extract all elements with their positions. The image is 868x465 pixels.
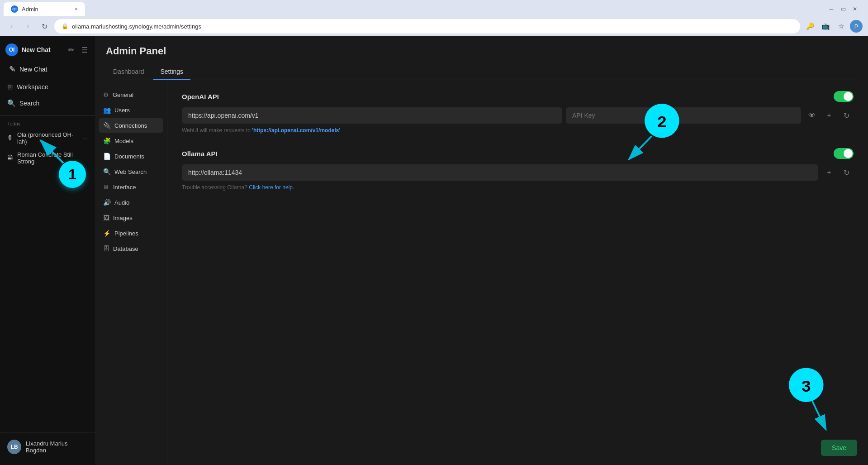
svg-line-6 bbox=[812, 401, 826, 430]
tab-favicon: OI bbox=[11, 5, 18, 13]
tab-bar: OI Admin × ─ ▭ ✕ bbox=[0, 0, 868, 16]
settings-content: OpenAI API 👁 + ↻ bbox=[167, 80, 868, 465]
app-logo: OI bbox=[5, 43, 18, 56]
sidebar: OI New Chat ✏ ☰ ✎ New Chat ⊞ Workspace 🔍… bbox=[0, 36, 95, 465]
side-nav-documents-label: Documents bbox=[114, 153, 144, 160]
svg-point-4 bbox=[789, 368, 824, 402]
show-key-button[interactable]: 👁 bbox=[805, 108, 819, 123]
ollama-input-row: + ↻ bbox=[182, 164, 854, 181]
save-button[interactable]: Save bbox=[821, 440, 857, 456]
openai-api-header: OpenAI API bbox=[182, 91, 854, 102]
browser-tab[interactable]: OI Admin × bbox=[4, 2, 85, 16]
svg-text:3: 3 bbox=[802, 377, 811, 395]
minimize-button[interactable]: ─ bbox=[827, 5, 835, 13]
side-nav-pipelines-label: Pipelines bbox=[114, 230, 138, 237]
ollama-url-input[interactable] bbox=[182, 164, 818, 181]
ollama-toggle[interactable] bbox=[834, 148, 854, 159]
browser-toolbar: ‹ › ↻ 🔒 ollama.mariushosting.synology.me… bbox=[0, 16, 868, 36]
users-icon: 👥 bbox=[103, 106, 111, 114]
forward-button[interactable]: › bbox=[22, 20, 34, 33]
chat-emoji-ola: 🎙 bbox=[7, 134, 14, 142]
maximize-button[interactable]: ▭ bbox=[839, 5, 847, 13]
pipelines-icon: ⚡ bbox=[103, 230, 111, 237]
address-bar[interactable]: 🔒 ollama.mariushosting.synology.me/admin… bbox=[54, 19, 800, 34]
openai-input-row: 👁 + ↻ bbox=[182, 107, 854, 124]
add-key-button[interactable]: + bbox=[822, 108, 836, 123]
menu-icon-button[interactable]: ☰ bbox=[80, 44, 90, 56]
sidebar-item-workspace[interactable]: ⊞ Workspace bbox=[2, 79, 93, 95]
main-content: Admin Panel Dashboard Settings ⚙ General… bbox=[95, 36, 868, 465]
side-nav: ⚙ General 👥 Users 🔌 Connections 🧩 Models bbox=[95, 80, 167, 465]
side-nav-images[interactable]: 🖼 Images bbox=[99, 211, 163, 225]
openai-toggle[interactable] bbox=[834, 91, 854, 102]
save-button-container: Save bbox=[821, 440, 857, 456]
user-profile[interactable]: LB Lixandru Marius Bogdan bbox=[4, 436, 91, 458]
side-nav-audio[interactable]: 🔊 Audio bbox=[99, 195, 163, 210]
url-text: ollama.mariushosting.synology.me/admin/s… bbox=[72, 23, 793, 30]
side-nav-models[interactable]: 🧩 Models bbox=[99, 134, 163, 148]
tab-settings[interactable]: Settings bbox=[153, 64, 191, 80]
chat-actions-ola[interactable]: ··· bbox=[83, 135, 88, 142]
new-chat-button[interactable]: ✎ New Chat bbox=[4, 61, 91, 78]
window-controls: ─ ▭ ✕ bbox=[822, 3, 864, 15]
side-nav-general[interactable]: ⚙ General bbox=[99, 87, 163, 102]
side-nav-pipelines[interactable]: ⚡ Pipelines bbox=[99, 226, 163, 240]
chat-item-ola[interactable]: 🎙 Ola (pronounced OH-lah) ··· bbox=[2, 129, 93, 148]
reload-button[interactable]: ↻ bbox=[38, 20, 51, 33]
side-nav-web-search-label: Web Search bbox=[114, 168, 147, 175]
user-name-label: Lixandru Marius Bogdan bbox=[26, 440, 88, 454]
close-window-button[interactable]: ✕ bbox=[851, 5, 859, 13]
password-icon-button[interactable]: 🔑 bbox=[804, 20, 816, 33]
openai-url-input[interactable] bbox=[182, 107, 562, 124]
openai-api-note: WebUI will make requests to 'https://api… bbox=[182, 127, 854, 134]
date-section-label: Today bbox=[0, 119, 95, 128]
openai-api-section: OpenAI API 👁 + ↻ bbox=[182, 91, 854, 134]
side-nav-images-label: Images bbox=[113, 215, 133, 221]
admin-body: ⚙ General 👥 Users 🔌 Connections 🧩 Models bbox=[95, 80, 868, 465]
profile-button[interactable]: P bbox=[850, 20, 863, 33]
side-nav-connections[interactable]: 🔌 Connections bbox=[99, 118, 163, 133]
ollama-api-note: Trouble accessing Ollama? Click here for… bbox=[182, 184, 854, 191]
ollama-help-link[interactable]: Click here for help. bbox=[249, 184, 294, 191]
database-icon: 🗄 bbox=[103, 245, 109, 252]
tab-title: Admin bbox=[22, 6, 38, 13]
side-nav-users-label: Users bbox=[114, 107, 130, 114]
interface-icon: 🖥 bbox=[103, 183, 109, 191]
ollama-trouble-text: Trouble accessing Ollama? bbox=[182, 184, 247, 191]
tab-dashboard[interactable]: Dashboard bbox=[106, 64, 152, 80]
edit-icon-button[interactable]: ✏ bbox=[66, 44, 76, 56]
app-name: New Chat bbox=[22, 46, 63, 53]
side-nav-audio-label: Audio bbox=[114, 199, 129, 206]
web-search-icon: 🔍 bbox=[103, 168, 111, 175]
tab-close-button[interactable]: × bbox=[75, 6, 78, 12]
bookmark-icon-button[interactable]: ☆ bbox=[835, 20, 847, 33]
admin-panel: Admin Panel Dashboard Settings ⚙ General… bbox=[95, 36, 868, 465]
browser-chrome: OI Admin × ─ ▭ ✕ ‹ › ↻ 🔒 ollama.mariusho… bbox=[0, 0, 868, 36]
side-nav-general-label: General bbox=[113, 91, 133, 98]
side-nav-users[interactable]: 👥 Users bbox=[99, 103, 163, 117]
connections-icon: 🔌 bbox=[103, 122, 111, 129]
cast-icon-button[interactable]: 📺 bbox=[819, 20, 832, 33]
general-icon: ⚙ bbox=[103, 91, 109, 98]
admin-header: Admin Panel Dashboard Settings bbox=[95, 36, 868, 80]
sidebar-header: OI New Chat ✏ ☰ bbox=[0, 40, 95, 60]
user-avatar: LB bbox=[7, 440, 21, 454]
sidebar-item-search[interactable]: 🔍 Search bbox=[2, 96, 93, 111]
refresh-ollama-button[interactable]: ↻ bbox=[839, 165, 854, 180]
openai-api-key-input[interactable] bbox=[566, 107, 801, 124]
openai-api-title: OpenAI API bbox=[182, 93, 219, 101]
models-icon: 🧩 bbox=[103, 137, 111, 144]
annotation-bubble-1: 1 bbox=[59, 161, 86, 188]
refresh-openai-button[interactable]: ↻ bbox=[839, 108, 854, 123]
side-nav-web-search[interactable]: 🔍 Web Search bbox=[99, 164, 163, 179]
add-ollama-button[interactable]: + bbox=[822, 165, 836, 180]
documents-icon: 📄 bbox=[103, 153, 111, 160]
side-nav-models-label: Models bbox=[114, 138, 133, 144]
side-nav-interface[interactable]: 🖥 Interface bbox=[99, 180, 163, 194]
ollama-api-header: Ollama API bbox=[182, 148, 854, 159]
chat-text-ola: Ola (pronounced OH-lah) bbox=[17, 131, 79, 145]
new-chat-icon: ✎ bbox=[9, 64, 16, 74]
side-nav-database[interactable]: 🗄 Database bbox=[99, 241, 163, 256]
back-button[interactable]: ‹ bbox=[5, 20, 18, 33]
side-nav-documents[interactable]: 📄 Documents bbox=[99, 149, 163, 163]
